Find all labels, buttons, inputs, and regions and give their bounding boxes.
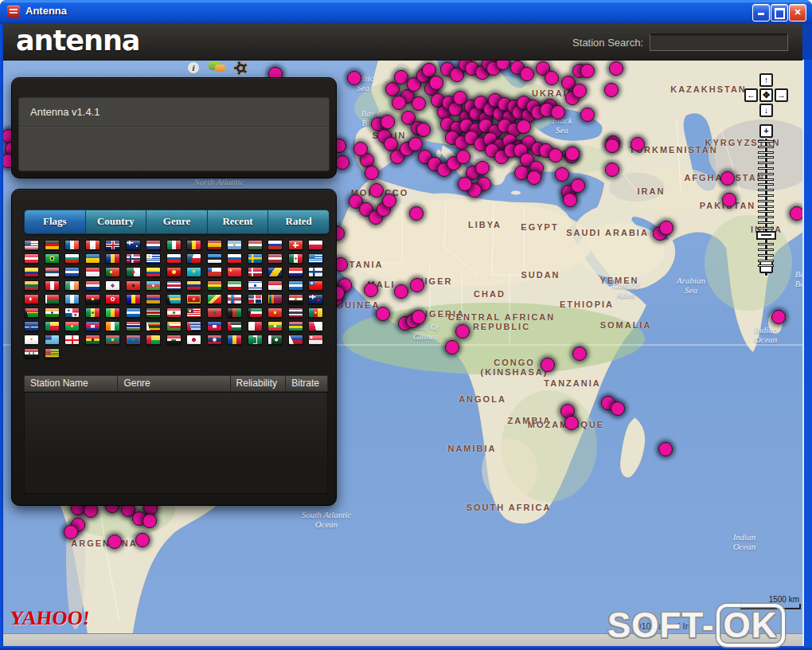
country-flag[interactable] [146,294,161,304]
country-flag[interactable] [146,280,161,291]
country-flag[interactable] [227,321,242,331]
country-flag[interactable] [85,321,100,331]
country-flag[interactable] [126,307,141,318]
country-flag[interactable] [267,307,283,318]
station-search-input[interactable] [650,33,788,51]
station-dot[interactable] [580,108,595,122]
country-flag[interactable] [308,294,323,304]
country-flag[interactable] [267,240,283,250]
country-flag[interactable] [45,348,60,358]
country-flag[interactable] [308,321,323,331]
tab-recent[interactable]: Recent [208,210,269,233]
country-flag[interactable] [85,294,100,304]
country-flag[interactable] [166,307,182,318]
country-flag[interactable] [64,321,80,331]
tab-genre[interactable]: Genre [146,210,208,233]
country-flag[interactable] [105,280,120,291]
country-flag[interactable] [186,321,201,331]
country-flag[interactable] [267,294,283,304]
country-flag[interactable] [308,240,323,250]
station-dot[interactable] [604,83,619,97]
station-dot[interactable] [365,166,379,180]
country-flag[interactable] [126,267,141,277]
country-flag[interactable] [85,253,100,264]
country-flag[interactable] [45,294,60,304]
country-flag[interactable] [207,335,222,345]
station-dot[interactable] [572,347,587,361]
chat-icon[interactable] [209,61,226,74]
station-dot[interactable] [412,310,426,324]
country-flag[interactable] [45,253,60,264]
station-dot[interactable] [771,310,786,324]
country-flag[interactable] [85,307,100,318]
country-flag[interactable] [207,294,222,304]
country-flag[interactable] [24,294,39,304]
station-dot[interactable] [475,161,490,175]
country-flag[interactable] [207,280,222,291]
zoom-in-button[interactable]: + [759,124,773,138]
station-dot[interactable] [64,525,78,539]
country-flag[interactable] [64,253,80,264]
station-dot[interactable] [517,119,531,134]
station-dot[interactable] [142,514,157,528]
country-flag[interactable] [248,335,263,345]
station-dot[interactable] [565,147,580,161]
country-flag[interactable] [64,335,80,345]
country-flag[interactable] [45,307,60,318]
station-dot[interactable] [412,96,426,111]
country-flag[interactable] [227,294,242,304]
country-flag[interactable] [64,267,80,277]
country-flag[interactable] [24,253,39,264]
country-flag[interactable] [207,240,222,250]
country-flag[interactable] [267,321,283,331]
country-flag[interactable] [126,280,141,291]
country-flag[interactable] [288,240,303,250]
station-dot[interactable] [382,194,396,208]
column-bitrate[interactable]: Bitrate [286,376,327,391]
country-flag[interactable] [248,280,263,291]
info-icon[interactable]: i [188,62,199,73]
station-dot[interactable] [605,139,619,153]
zoom-slider-handle[interactable] [756,231,776,240]
maximize-button[interactable] [771,4,788,22]
country-flag[interactable] [248,240,263,250]
country-flag[interactable] [248,267,263,277]
country-flag[interactable] [308,307,323,318]
country-flag[interactable] [227,240,242,250]
country-flag[interactable] [126,335,141,345]
country-flag[interactable] [126,240,141,250]
country-flag[interactable] [64,280,80,291]
country-flag[interactable] [267,253,283,264]
gear-icon[interactable] [234,61,248,75]
column-genre[interactable]: Genre [118,376,230,391]
station-dot[interactable] [410,278,424,292]
pan-center-button[interactable]: ✥ [759,88,773,102]
country-flag[interactable] [248,294,263,304]
station-dot[interactable] [369,183,384,198]
pan-left-button[interactable]: ← [744,88,758,102]
country-flag[interactable] [308,267,323,277]
station-dot[interactable] [551,105,565,119]
country-flag[interactable] [126,294,141,304]
country-flag[interactable] [227,280,242,291]
country-flag[interactable] [186,280,201,291]
country-flag[interactable] [308,253,323,264]
pan-right-button[interactable]: → [775,88,788,102]
station-dot[interactable] [394,284,408,299]
country-flag[interactable] [288,321,303,331]
country-flag[interactable] [308,335,323,345]
pan-down-button[interactable]: ↓ [759,104,773,117]
column-station-name[interactable]: Station Name [25,376,118,391]
country-flag[interactable] [45,267,60,277]
station-dot[interactable] [456,150,470,164]
station-dot[interactable] [564,416,579,430]
station-dot[interactable] [541,358,555,372]
country-flag[interactable] [186,307,201,318]
country-flag[interactable] [308,280,323,291]
country-flag[interactable] [24,240,39,250]
country-flag[interactable] [227,307,242,318]
country-flag[interactable] [64,294,80,304]
country-flag[interactable] [186,240,201,250]
station-dot[interactable] [392,96,406,110]
country-flag[interactable] [248,307,263,318]
